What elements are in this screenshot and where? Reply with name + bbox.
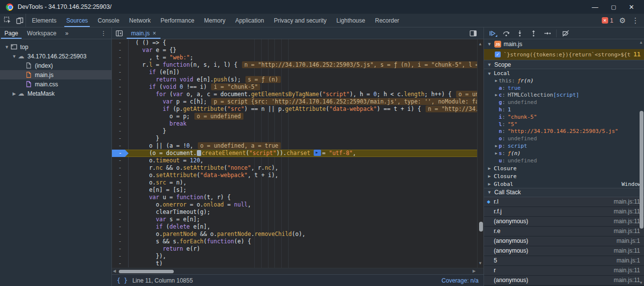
line-gutter[interactable]: - (112, 91, 129, 98)
scope-group-closure[interactable]: ▶Closure (484, 172, 644, 180)
code-line[interactable]: - var s = e[n]; (112, 216, 483, 223)
line-gutter[interactable]: - (112, 54, 129, 61)
line-gutter[interactable]: - (112, 208, 129, 216)
tab-performance[interactable]: Performance (156, 14, 199, 27)
breakpoint-file-group[interactable]: ▼ JS main.js (484, 39, 644, 49)
editor-hscroll-thumb[interactable] (119, 270, 174, 273)
code-line[interactable]: - for (var o, a, c = document.getElement… (112, 91, 483, 98)
sidebar-scrollbar[interactable]: ▲ ▼ (639, 39, 644, 286)
expander-open-icon[interactable]: ▼ (487, 71, 492, 76)
tab-privacy-and-security[interactable]: Privacy and security (269, 14, 331, 27)
callstack-section-header[interactable]: ▼ Call Stack (484, 188, 644, 197)
tree-item-main-css[interactable]: main.css (0, 79, 111, 89)
code-line[interactable]: - s && s.forEach(function(e) { (112, 238, 483, 245)
line-gutter[interactable]: - (112, 142, 129, 150)
callstack-frame[interactable]: ◆r.lmain.js:11 (484, 197, 644, 207)
tree-item-main-js[interactable]: main.js (0, 70, 111, 79)
scope-group-closure[interactable]: ▶Closure (484, 164, 644, 172)
tree-item--index-[interactable]: (index) (0, 61, 111, 70)
line-gutter[interactable]: - (112, 172, 129, 179)
code-line[interactable]: - o || (a = !0,o = undefined, a = true (112, 142, 483, 150)
code-line[interactable]: - if (p.getAttribute("src") == n || p.ge… (112, 105, 483, 113)
line-gutter[interactable]: - (112, 223, 129, 231)
editor-tab-mainjs[interactable]: main.js × (127, 27, 161, 39)
expander-closed-icon[interactable]: ▶ (487, 166, 492, 171)
line-gutter[interactable]: - (112, 260, 129, 267)
line-gutter[interactable]: - (112, 179, 129, 186)
step-out-icon[interactable] (527, 28, 540, 38)
pretty-print-icon[interactable]: { } (117, 277, 128, 284)
navigator-tab-workspace[interactable]: Workspace (23, 27, 61, 39)
execution-pointer-icon[interactable]: - (112, 150, 129, 157)
scroll-down-icon[interactable]: ▼ (639, 281, 643, 285)
line-gutter[interactable]: - (112, 253, 129, 260)
scope-variable-s[interactable]: ▶s:ƒ (n) (484, 150, 644, 157)
line-gutter[interactable]: - (112, 201, 129, 208)
code-line[interactable]: - e[n] = [s]; (112, 186, 483, 194)
expander-closed-icon[interactable]: ▶ (487, 182, 492, 186)
code-line[interactable]: - } (112, 128, 483, 135)
code-editor[interactable]: -( () => {- var e = {}- , t = "web:";- r… (112, 39, 483, 268)
line-gutter[interactable]: - (112, 105, 129, 113)
line-gutter[interactable]: - (112, 157, 129, 164)
tab-recorder[interactable]: Recorder (370, 14, 404, 27)
tree-item-metamask[interactable]: ▶☁MetaMask (0, 89, 111, 98)
code-line[interactable]: - t) (112, 260, 483, 267)
callstack-frame[interactable]: (anonymous)main.js:1 (484, 236, 644, 246)
line-gutter[interactable]: - (112, 238, 129, 245)
breakpoint-checkbox[interactable]: ✓ (495, 52, 501, 57)
editor-vscroll-thumb[interactable] (479, 222, 483, 232)
line-gutter[interactable]: - (112, 245, 129, 253)
step-into-icon[interactable] (513, 28, 526, 38)
code-line[interactable]: - o.src = n), (112, 179, 483, 186)
code-line[interactable]: - return void e[n].push(s);s = ƒ (n) (112, 76, 483, 83)
expander-closed-icon[interactable]: ▶ (494, 144, 499, 148)
minimize-button[interactable]: — (592, 3, 598, 11)
callstack-frame[interactable]: r.f.jmain.js:11 (484, 207, 644, 217)
code-line[interactable]: - , t = "web:"; (112, 54, 483, 61)
toggle-navigator-icon[interactable] (112, 27, 127, 39)
tree-item-top[interactable]: ▼top (0, 42, 111, 52)
scroll-right-icon[interactable]: ▶ (473, 269, 476, 273)
code-line[interactable]: - } (112, 135, 483, 142)
editor-vertical-scrollbar[interactable]: ▲ ▼ (477, 39, 483, 268)
tab-close-icon[interactable]: × (153, 30, 156, 37)
code-line[interactable]: - break (112, 120, 483, 128)
callstack-frame[interactable]: (anonymous)main.js:11 (484, 217, 644, 227)
code-line[interactable]: -( () => { (112, 39, 483, 47)
scroll-down-icon[interactable]: ▼ (479, 260, 482, 267)
tab-sources[interactable]: Sources (61, 14, 93, 27)
line-gutter[interactable]: - (112, 83, 129, 91)
line-gutter[interactable]: - (112, 69, 129, 76)
inspect-element-icon[interactable] (4, 17, 11, 24)
callstack-frame[interactable]: (anonymous)main.js:11 (484, 276, 644, 286)
tab-elements[interactable]: Elements (27, 14, 61, 27)
scroll-up-icon[interactable]: ▲ (479, 40, 482, 48)
expander-open-icon[interactable]: ▼ (11, 54, 17, 59)
maximize-button[interactable]: ▢ (611, 4, 616, 10)
scope-variable-this[interactable]: ▶this:ƒ r(n) (484, 77, 644, 84)
scope-variable-a[interactable]: a:true (484, 84, 644, 92)
sidebar-scroll-thumb[interactable] (640, 111, 644, 229)
more-options-icon[interactable]: ⋮ (632, 16, 639, 25)
line-gutter[interactable]: - (112, 98, 129, 105)
scope-variable-n[interactable]: n:"http://34.170.146.252:25903/5.js" (484, 128, 644, 135)
step-over-icon[interactable] (500, 28, 512, 38)
expander-open-icon[interactable]: ▼ (487, 42, 492, 47)
device-toolbar-icon[interactable] (16, 17, 24, 24)
code-line[interactable]: - clearTimeout(g); (112, 208, 483, 216)
coverage-link[interactable]: Coverage: n/a (442, 277, 479, 284)
tab-console[interactable]: Console (93, 14, 124, 27)
line-gutter[interactable]: - (112, 120, 129, 128)
code-line[interactable]: - return e(r) (112, 245, 483, 253)
tab-network[interactable]: Network (124, 14, 156, 27)
code-line[interactable]: - r.nc && o.setAttribute("nonce", r.nc), (112, 164, 483, 172)
line-gutter[interactable]: - (112, 186, 129, 194)
code-line-paused[interactable]: - (o = document.createElement("script"))… (112, 150, 483, 157)
code-line[interactable]: - var u = function(t, r) { (112, 194, 483, 201)
navigator-more-icon[interactable]: ⋮ (96, 27, 111, 39)
code-line[interactable]: - if (void 0 !== i)i = "chunk-5" (112, 83, 483, 91)
code-line[interactable]: - r.l = function(n, s, i, l) {n = "http:… (112, 61, 483, 69)
code-line[interactable]: - o = p;o = undefined (112, 113, 483, 120)
tab-memory[interactable]: Memory (199, 14, 230, 27)
